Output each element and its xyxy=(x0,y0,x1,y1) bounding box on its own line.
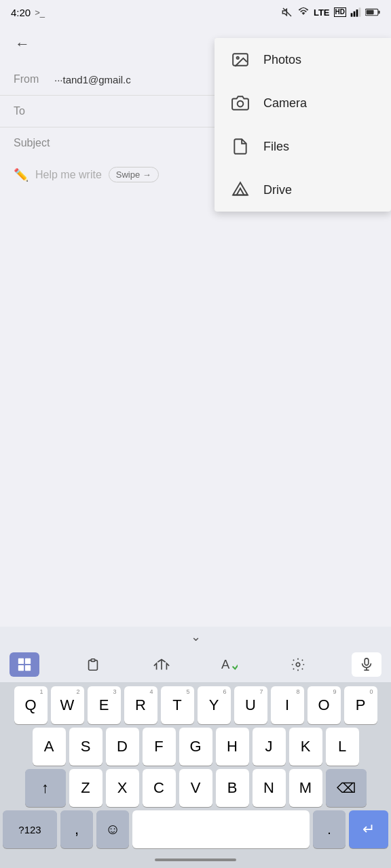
key-shift[interactable]: ↑ xyxy=(25,769,66,807)
key-z[interactable]: Z xyxy=(69,769,103,807)
key-row-2: A S D F G H J K L xyxy=(3,728,388,766)
svg-rect-11 xyxy=(18,658,24,664)
hide-keyboard-row[interactable]: ⌄ xyxy=(0,627,391,647)
key-w[interactable]: 2W xyxy=(51,686,84,724)
keyboard-toolbar-settings[interactable] xyxy=(283,652,313,677)
drive-icon xyxy=(231,180,250,199)
keyboard-toolbar-grid[interactable] xyxy=(10,652,39,677)
subject-label: Subject xyxy=(14,137,54,149)
keyboard-toolbar: A xyxy=(0,647,391,682)
hide-keyboard-icon[interactable]: ⌄ xyxy=(191,629,201,644)
key-row-3: ↑ Z X C V B N M ⌫ xyxy=(3,769,388,807)
wifi-icon xyxy=(297,7,310,18)
keyboard-bottom xyxy=(0,854,391,868)
key-comma[interactable]: , xyxy=(60,810,93,848)
svg-rect-3 xyxy=(356,9,358,17)
key-f[interactable]: F xyxy=(143,728,176,766)
mute-icon xyxy=(281,7,293,18)
svg-rect-6 xyxy=(378,11,379,14)
svg-rect-15 xyxy=(91,659,95,662)
photos-icon xyxy=(231,50,250,69)
keyboard-toolbar-spellcheck[interactable]: A xyxy=(215,652,244,677)
key-l[interactable]: L xyxy=(326,728,359,766)
status-bar: 4:20 >_ LTE HD xyxy=(0,0,391,24)
key-j[interactable]: J xyxy=(253,728,286,766)
svg-rect-14 xyxy=(25,665,31,671)
home-indicator xyxy=(155,859,236,861)
help-me-write-label: Help me write xyxy=(35,169,102,181)
key-v[interactable]: V xyxy=(179,769,212,807)
key-m[interactable]: M xyxy=(289,769,322,807)
key-a[interactable]: A xyxy=(33,728,66,766)
key-s[interactable]: S xyxy=(69,728,103,766)
keyboard-toolbar-clipboard[interactable] xyxy=(78,652,108,677)
key-y[interactable]: 6Y xyxy=(198,686,231,724)
svg-rect-19 xyxy=(365,658,369,665)
key-b[interactable]: B xyxy=(216,769,249,807)
keyboard: ⌄ A xyxy=(0,627,391,868)
from-label: From xyxy=(14,73,54,85)
key-row-4: ?123 , ☺ . ↵ xyxy=(3,810,388,848)
key-u[interactable]: 7U xyxy=(234,686,267,724)
battery-icon xyxy=(365,7,380,17)
svg-point-9 xyxy=(237,57,239,59)
key-enter[interactable]: ↵ xyxy=(349,810,388,848)
svg-rect-7 xyxy=(367,10,374,14)
key-c[interactable]: C xyxy=(143,769,176,807)
key-row-1: 1Q 2W 3E 4R 5T 6Y 7U 8I 9O 0P xyxy=(3,686,388,724)
svg-point-18 xyxy=(296,663,300,667)
dropdown-item-files[interactable]: Files xyxy=(215,125,391,168)
key-k[interactable]: K xyxy=(289,728,322,766)
key-d[interactable]: D xyxy=(106,728,139,766)
files-icon xyxy=(231,137,250,156)
swipe-label: Swipe → xyxy=(116,170,151,180)
camera-label: Camera xyxy=(263,96,307,111)
files-label: Files xyxy=(263,140,289,154)
key-r[interactable]: 4R xyxy=(124,686,157,724)
dropdown-item-drive[interactable]: Drive xyxy=(215,168,391,212)
email-body[interactable] xyxy=(0,191,391,380)
back-button[interactable]: ← xyxy=(11,31,34,57)
key-period[interactable]: . xyxy=(313,810,346,848)
key-p[interactable]: 0P xyxy=(344,686,377,724)
svg-text:A: A xyxy=(221,657,230,671)
status-icons: LTE HD xyxy=(281,7,380,18)
svg-rect-1 xyxy=(351,13,353,16)
keyboard-rows: 1Q 2W 3E 4R 5T 6Y 7U 8I 9O 0P A S D F G … xyxy=(0,682,391,854)
camera-icon xyxy=(231,94,250,113)
key-e[interactable]: 3E xyxy=(88,686,121,724)
drive-label: Drive xyxy=(263,183,292,197)
pencil-icon: ✏️ xyxy=(14,167,29,182)
swipe-button[interactable]: Swipe → xyxy=(109,167,159,182)
signal-icon xyxy=(350,7,361,18)
dropdown-item-photos[interactable]: Photos xyxy=(215,38,391,81)
key-emoji[interactable]: ☺ xyxy=(96,810,129,848)
key-x[interactable]: X xyxy=(106,769,139,807)
to-label: To xyxy=(14,105,54,117)
key-n[interactable]: N xyxy=(253,769,286,807)
key-t[interactable]: 5T xyxy=(161,686,194,724)
svg-rect-2 xyxy=(354,12,356,17)
dropdown-item-camera[interactable]: Camera xyxy=(215,81,391,125)
key-backspace[interactable]: ⌫ xyxy=(326,769,367,807)
svg-rect-13 xyxy=(18,665,24,671)
attachment-dropdown: Photos Camera Files Drive xyxy=(215,38,391,212)
key-numbers[interactable]: ?123 xyxy=(3,810,57,848)
photos-label: Photos xyxy=(263,53,301,67)
key-q[interactable]: 1Q xyxy=(14,686,48,724)
svg-rect-12 xyxy=(25,658,31,664)
keyboard-toolbar-mic[interactable] xyxy=(352,652,381,677)
key-o[interactable]: 9O xyxy=(308,686,341,724)
status-time: 4:20 xyxy=(11,7,31,18)
key-space[interactable] xyxy=(132,810,310,848)
key-h[interactable]: H xyxy=(216,728,249,766)
key-g[interactable]: G xyxy=(179,728,212,766)
terminal-icon: >_ xyxy=(35,7,45,18)
hd-label: HD xyxy=(334,7,346,17)
svg-rect-4 xyxy=(359,7,361,16)
key-i[interactable]: 8I xyxy=(271,686,304,724)
lte-label: LTE xyxy=(314,7,330,18)
svg-point-10 xyxy=(238,101,244,107)
keyboard-toolbar-cursor[interactable] xyxy=(147,652,176,677)
